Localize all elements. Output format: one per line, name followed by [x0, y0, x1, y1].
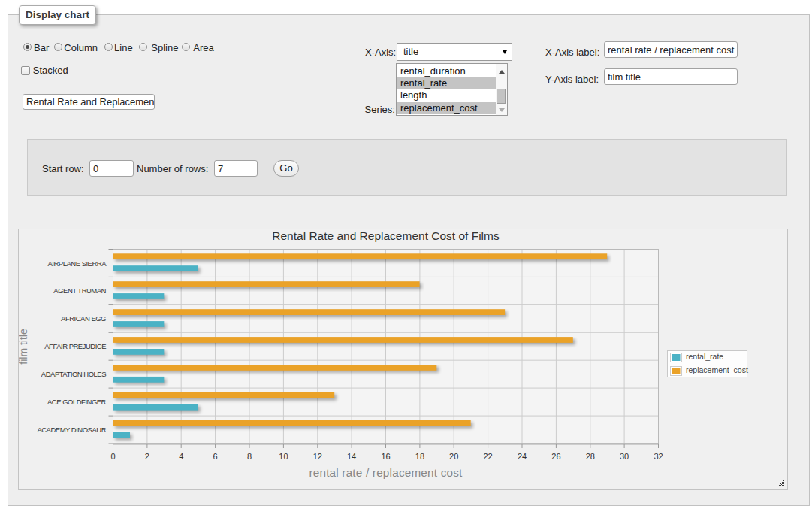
svg-text:AIRPLANE SIERRA: AIRPLANE SIERRA — [48, 259, 107, 268]
svg-text:Rental Rate and Replacement Co: Rental Rate and Replacement Cost of Film… — [272, 229, 500, 242]
svg-text:14: 14 — [347, 452, 356, 461]
svg-text:rental rate / replacement cost: rental rate / replacement cost — [309, 466, 463, 479]
svg-text:0: 0 — [110, 452, 115, 461]
svg-text:6: 6 — [213, 452, 218, 461]
svg-text:8: 8 — [247, 452, 252, 461]
svg-text:4: 4 — [179, 452, 183, 461]
svg-text:AGENT TRUMAN: AGENT TRUMAN — [53, 286, 106, 295]
svg-text:AFFAIR PREJUDICE: AFFAIR PREJUDICE — [44, 342, 106, 350]
svg-text:rental_rate: rental_rate — [686, 352, 723, 361]
svg-text:replacement_cost: replacement_cost — [686, 365, 748, 374]
svg-text:22: 22 — [483, 452, 492, 461]
svg-text:32: 32 — [654, 452, 663, 461]
svg-text:30: 30 — [620, 452, 629, 461]
svg-text:ACADEMY DINOSAUR: ACADEMY DINOSAUR — [37, 426, 106, 434]
svg-text:26: 26 — [551, 452, 560, 461]
svg-text:18: 18 — [415, 452, 424, 461]
svg-text:10: 10 — [279, 452, 288, 461]
svg-text:20: 20 — [449, 452, 458, 461]
svg-text:24: 24 — [518, 452, 527, 461]
svg-text:28: 28 — [586, 452, 595, 461]
svg-text:2: 2 — [145, 452, 149, 461]
svg-text:12: 12 — [313, 452, 322, 461]
svg-text:16: 16 — [381, 452, 390, 461]
svg-text:AFRICAN EGG: AFRICAN EGG — [61, 314, 106, 323]
svg-text:ACE GOLDFINGER: ACE GOLDFINGER — [47, 398, 107, 406]
svg-text:ADAPTATION HOLES: ADAPTATION HOLES — [41, 370, 106, 378]
svg-text:film title: film title — [19, 329, 29, 365]
